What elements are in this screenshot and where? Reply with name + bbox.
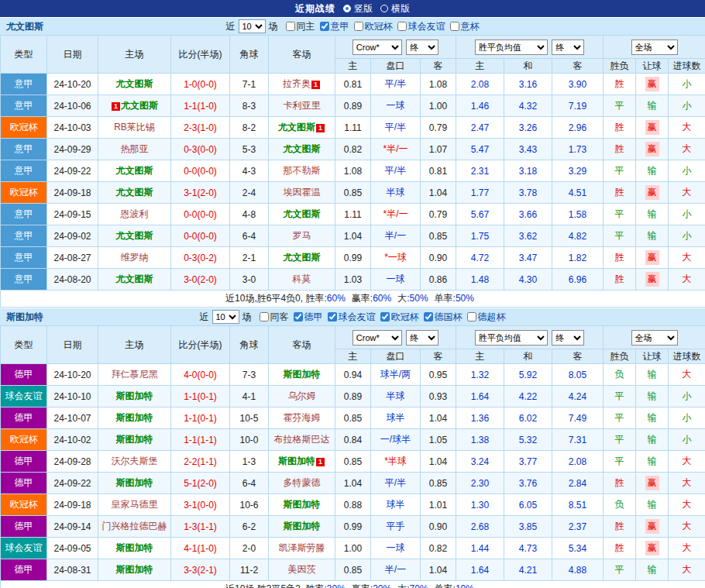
team-link[interactable]: 恩波利	[121, 208, 149, 219]
fullgame-select[interactable]: 全场	[631, 330, 678, 346]
team-link[interactable]: 凯泽斯劳滕	[279, 542, 325, 553]
league-cell[interactable]: 意甲	[1, 247, 47, 269]
match-count-select[interactable]: 10	[212, 310, 239, 324]
filter-checkbox-德国杯[interactable]: 德国杯	[424, 311, 463, 324]
score-cell[interactable]: 1-1(0-1)	[171, 386, 230, 407]
league-cell[interactable]: 意甲	[1, 204, 47, 225]
team-link[interactable]: 斯图加特	[284, 499, 321, 510]
final-odds-select[interactable]: 终	[406, 330, 438, 346]
filter-checkbox-input[interactable]	[320, 22, 329, 31]
team-link[interactable]: 斯图加特	[116, 434, 153, 445]
filter-checkbox-德超杯[interactable]: 德超杯	[467, 311, 506, 324]
team-link[interactable]: 门兴格拉德巴赫	[102, 521, 167, 531]
league-cell[interactable]: 欧冠杯	[1, 494, 47, 516]
team-link[interactable]: 斯图加特	[116, 390, 153, 401]
league-cell[interactable]: 德甲	[1, 451, 47, 473]
final-mean-select[interactable]: 终	[552, 330, 584, 346]
filter-checkbox-input[interactable]	[397, 22, 407, 31]
score-cell[interactable]: 1-3(1-1)	[171, 516, 230, 538]
team-link[interactable]: 斯图加特	[116, 412, 153, 423]
score-cell[interactable]: 3-1(0-0)	[171, 494, 230, 516]
score-cell[interactable]: 1-0(0-0)	[171, 74, 230, 95]
score-cell[interactable]: 2-3(1-0)	[171, 117, 230, 139]
score-cell[interactable]: 1-1(1-1)	[171, 429, 230, 451]
bookmaker-select[interactable]: Crow*	[352, 330, 402, 346]
team-link[interactable]: 斯图加特	[116, 542, 153, 553]
league-cell[interactable]: 意甲	[1, 139, 47, 160]
score-cell[interactable]: 0-0(0-0)	[171, 225, 230, 247]
match-count-select[interactable]: 10	[239, 19, 266, 33]
team-link[interactable]: 拜仁慕尼黑	[112, 369, 158, 380]
filter-checkbox-input[interactable]	[424, 312, 433, 322]
team-link[interactable]: 霍芬海姆	[284, 412, 321, 423]
filter-checkbox-欧冠杯[interactable]: 欧冠杯	[354, 20, 393, 33]
league-cell[interactable]: 意甲	[1, 95, 47, 117]
score-cell[interactable]: 4-1(1-0)	[171, 538, 230, 559]
filter-checkbox-欧冠杯[interactable]: 欧冠杯	[380, 311, 419, 324]
team-link[interactable]: 尤文图斯	[284, 208, 321, 219]
team-link[interactable]: 皇家马德里	[112, 499, 158, 510]
team-link[interactable]: 尤文图斯	[116, 187, 153, 198]
score-cell[interactable]: 3-3(2-1)	[171, 559, 230, 581]
team-link[interactable]: 多特蒙德	[284, 477, 321, 488]
team-link[interactable]: 乌尔姆	[288, 390, 316, 401]
team-link[interactable]: 沃尔夫斯堡	[112, 456, 158, 466]
filter-checkbox-同客[interactable]: 同客	[260, 311, 289, 324]
team-link[interactable]: 斯图加特	[278, 456, 315, 466]
league-cell[interactable]: 意甲	[1, 225, 47, 247]
filter-checkbox-球会友谊[interactable]: 球会友谊	[328, 311, 376, 324]
team-link[interactable]: 科莫	[293, 273, 311, 284]
league-cell[interactable]: 意甲	[1, 269, 47, 291]
filter-checkbox-input[interactable]	[467, 312, 476, 322]
team-link[interactable]: 尤文图斯	[116, 165, 153, 176]
team-link[interactable]: 尤文图斯	[278, 122, 315, 132]
team-link[interactable]: 斯图加特	[116, 477, 153, 488]
final-odds-select[interactable]: 终	[406, 40, 438, 55]
filter-checkbox-input[interactable]	[286, 22, 295, 31]
team-link[interactable]: 尤文图斯	[284, 143, 321, 154]
team-link[interactable]: 斯图加特	[116, 564, 153, 575]
team-link[interactable]: 尤文图斯	[284, 252, 321, 263]
league-cell[interactable]: 球会友谊	[1, 386, 47, 407]
filter-checkbox-input[interactable]	[328, 312, 337, 322]
filter-checkbox-球会友谊[interactable]: 球会友谊	[397, 20, 445, 33]
mean-odds-select[interactable]: 胜平负均值	[475, 40, 548, 55]
team-link[interactable]: 埃因霍温	[284, 187, 321, 198]
league-cell[interactable]: 欧冠杯	[1, 117, 47, 139]
score-cell[interactable]: 0-3(0-0)	[171, 139, 230, 160]
league-cell[interactable]: 德甲	[1, 364, 47, 386]
team-link[interactable]: 热那亚	[121, 143, 149, 154]
filter-checkbox-input[interactable]	[380, 312, 390, 322]
filter-checkbox-德甲[interactable]: 德甲	[294, 311, 323, 324]
score-cell[interactable]: 4-0(0-0)	[171, 364, 230, 386]
fullgame-select[interactable]: 全场	[631, 40, 678, 55]
league-cell[interactable]: 欧冠杯	[1, 182, 47, 204]
league-cell[interactable]: 德甲	[1, 407, 47, 429]
score-cell[interactable]: 0-0(0-0)	[171, 204, 230, 225]
filter-checkbox-同主[interactable]: 同主	[286, 20, 315, 33]
team-link[interactable]: RB莱比锡	[114, 122, 155, 132]
layout-radio-vertical[interactable]: 竖版	[343, 2, 373, 15]
league-cell[interactable]: 德甲	[1, 516, 47, 538]
team-link[interactable]: 尤文图斯	[121, 100, 158, 111]
filter-checkbox-input[interactable]	[450, 22, 459, 31]
team-link[interactable]: 尤文图斯	[116, 273, 153, 284]
team-link[interactable]: 美因茨	[288, 564, 316, 575]
team-link[interactable]: 维罗纳	[121, 252, 149, 263]
team-link[interactable]: 尤文图斯	[116, 230, 153, 241]
score-cell[interactable]: 1-1(1-0)	[171, 95, 230, 117]
filter-checkbox-input[interactable]	[354, 22, 363, 31]
score-cell[interactable]: 5-1(2-0)	[171, 473, 230, 494]
score-cell[interactable]: 2-2(1-1)	[171, 451, 230, 473]
team-link[interactable]: 拉齐奥	[283, 78, 311, 89]
league-cell[interactable]: 欧冠杯	[1, 429, 47, 451]
league-cell[interactable]: 意甲	[1, 74, 47, 95]
team-link[interactable]: 布拉格斯巴达	[274, 434, 330, 445]
league-cell[interactable]: 意甲	[1, 160, 47, 182]
filter-checkbox-input[interactable]	[294, 312, 303, 322]
score-cell[interactable]: 3-1(2-0)	[171, 182, 230, 204]
league-cell[interactable]: 德甲	[1, 559, 47, 581]
team-link[interactable]: 尤文图斯	[116, 78, 153, 89]
layout-radio-horizontal[interactable]: 横版	[380, 2, 410, 15]
team-link[interactable]: 那不勒斯	[284, 165, 321, 176]
